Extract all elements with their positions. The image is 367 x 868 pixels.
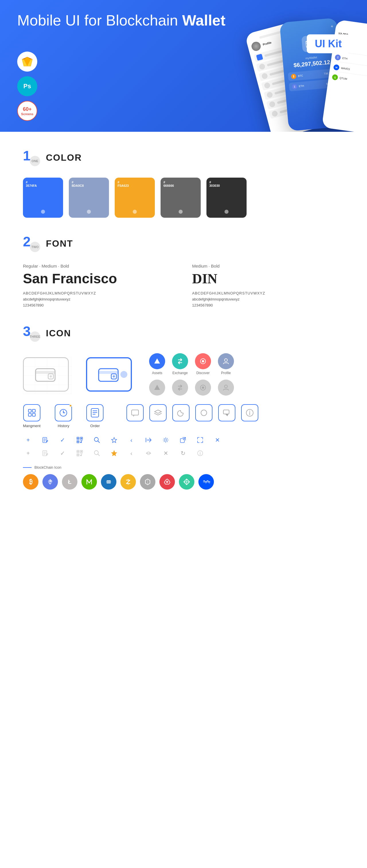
sf-lowercase: abcdefghijklmnopqrstuvwxyz <box>23 297 175 301</box>
circle-icon <box>195 404 213 422</box>
exchange-icon-box: Exchange <box>172 353 188 375</box>
svg-marker-31 <box>154 385 160 390</box>
swatch-dot <box>87 210 91 214</box>
rotate-gray-icon: ↻ <box>178 448 188 458</box>
din-uppercase: ABCDEFGHIJKLMNOPQRSTUVWXYZ <box>192 291 344 296</box>
discover-icon-gray <box>195 379 211 396</box>
chevron-left-gray-icon: ‹ <box>126 448 137 458</box>
svg-line-82 <box>98 454 100 456</box>
color-section-number: 1 ONE <box>23 149 40 166</box>
color-swatches: #3574FA #8DA0C8 #F5A623 #666666 #303030 <box>23 178 344 218</box>
ltc-coin: Ł <box>62 474 78 490</box>
profile-icon <box>218 353 234 369</box>
icon-section: 3 THREE ICON <box>23 324 344 490</box>
star-icon <box>109 435 119 445</box>
btc-coin: ₿ <box>23 474 38 490</box>
exchange-icon <box>172 353 188 369</box>
small-icons-row-1: + ✓ <box>23 435 344 445</box>
expand-icon <box>195 435 205 445</box>
color-title: COLOR <box>46 152 82 163</box>
sf-numbers: 1234567890 <box>23 303 175 307</box>
iota-coin <box>140 474 156 490</box>
swatch-dot <box>133 210 137 214</box>
swatch-dot <box>179 210 182 214</box>
svg-rect-62 <box>80 442 81 443</box>
management-icon-box: Mangment <box>23 404 40 428</box>
main-content: 1 ONE COLOR #3574FA #8DA0C8 #F5A623 #666… <box>0 132 367 518</box>
blockchain-label: BlockChain Icon <box>23 465 344 469</box>
swatch-dot <box>225 210 228 214</box>
document-edit-gray-icon <box>40 448 51 458</box>
svg-point-34 <box>225 385 227 388</box>
discover-icon <box>195 353 211 369</box>
wallet-icon-outline-container <box>23 357 69 392</box>
order-icon-box: Order <box>86 404 104 428</box>
exchange-icon-gray <box>172 379 188 396</box>
svg-rect-24 <box>98 371 118 374</box>
svg-rect-46 <box>223 410 229 414</box>
document-edit-icon <box>40 435 51 445</box>
font-title: FONT <box>46 238 73 249</box>
svg-point-65 <box>165 439 167 441</box>
history-label: History <box>58 424 69 428</box>
svg-rect-23 <box>98 369 118 381</box>
swatch-dark: #303030 <box>206 178 247 218</box>
wallet-filled-icon <box>86 357 132 392</box>
hero-title-bold: Wallet <box>182 12 225 29</box>
external-link-icon <box>178 435 188 445</box>
knc-coin <box>179 474 194 490</box>
din-lowercase: abcdefghijklmnopqrstuvwxyz <box>192 297 344 301</box>
zec-coin <box>120 474 136 490</box>
ark-coin <box>160 474 175 490</box>
eth-coin <box>43 474 58 490</box>
svg-point-26 <box>113 375 115 378</box>
search-gray-icon <box>92 448 102 458</box>
profile-icon-gray-box <box>218 379 234 396</box>
svg-rect-36 <box>32 409 35 412</box>
swatch-dot <box>41 210 45 214</box>
discover-icon-gray-box <box>195 379 211 396</box>
svg-rect-37 <box>28 413 31 416</box>
history-icon <box>55 404 72 422</box>
icon-section-number: 3 THREE <box>23 324 40 342</box>
checkmark-icon: ✓ <box>57 435 68 445</box>
plus-icon: + <box>23 435 33 445</box>
layers-icon <box>149 404 167 422</box>
sketch-badge <box>17 52 37 72</box>
font-section-header: 2 TWO FONT <box>23 235 344 252</box>
moon-icon <box>172 404 190 422</box>
hero-section: Mobile UI for Blockchain Wallet UI Kit P… <box>0 0 367 132</box>
svg-rect-80 <box>80 455 81 456</box>
ps-badge: Ps <box>17 76 37 96</box>
svg-line-64 <box>98 441 100 443</box>
color-section: 1 ONE COLOR #3574FA #8DA0C8 #F5A623 #666… <box>23 149 344 218</box>
coins-row: ₿ Ł <box>23 474 344 490</box>
svg-point-49 <box>250 411 250 412</box>
dash-coin <box>101 474 116 490</box>
speech-bubble-icon <box>218 404 235 422</box>
svg-point-22 <box>50 375 52 378</box>
order-icon <box>86 404 104 422</box>
svg-rect-77 <box>78 454 79 456</box>
arrows-gray-icon <box>143 448 154 458</box>
assets-icon-box: Assets <box>149 353 165 375</box>
sf-name: San Francisco <box>23 271 175 286</box>
svg-marker-27 <box>154 359 160 364</box>
svg-rect-35 <box>28 409 31 412</box>
named-icons-row-1: Assets Exchange <box>149 353 234 375</box>
font-din: Medium · Bold DIN ABCDEFGHIJKLMNOPQRSTUV… <box>192 264 344 307</box>
close-icon: ✕ <box>212 435 223 445</box>
svg-point-33 <box>202 386 204 389</box>
history-icon-box: History <box>55 404 72 428</box>
share-icon <box>143 435 154 445</box>
ui-kit-badge: UI Kit <box>307 34 350 53</box>
sf-uppercase: ABCDEFGHIJKLMNOPQRSTUVWXYZ <box>23 291 175 296</box>
phone-mockups: Profile + <box>244 17 367 126</box>
qr-gray-icon <box>75 448 85 458</box>
hero-title-regular: Mobile UI for Blockchain <box>17 12 182 29</box>
mgmt-icons-area: Mangment History <box>23 404 344 428</box>
named-icons-row-2-gray <box>149 379 234 396</box>
din-name: DIN <box>192 271 344 286</box>
svg-rect-44 <box>132 410 139 415</box>
sf-style-label: Regular · Medium · Bold <box>23 264 175 269</box>
